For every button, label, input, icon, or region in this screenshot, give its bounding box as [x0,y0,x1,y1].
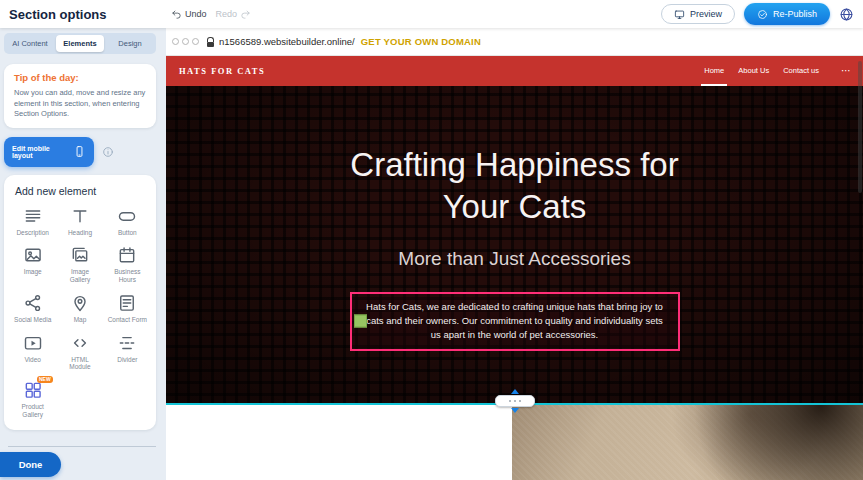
element-label: Map [74,316,87,324]
add-element-image-gallery[interactable]: Image Gallery [56,245,103,284]
sidebar-tabs: AI ContentElementsDesign [4,33,156,54]
redo-label: Redo [216,9,238,19]
sidebar: AI ContentElementsDesign Tip of the day:… [0,28,166,480]
undo-icon [171,9,182,20]
add-element-html-module[interactable]: HTML Module [56,333,103,372]
info-icon[interactable] [102,146,114,158]
element-label: Image Gallery [60,268,100,284]
add-element-product-gallery[interactable]: NEWProduct Gallery [9,380,56,419]
cat-photo [512,405,863,480]
contact-form-icon [117,293,137,313]
hero-paragraph-selected[interactable]: Hats for Cats, we are dedicated to craft… [350,292,680,351]
add-element-panel: Add new element DescriptionHeadingButton… [4,175,156,430]
resize-up-icon [511,389,519,394]
element-label: Divider [117,356,137,364]
hero-heading[interactable]: Crafting Happiness for Your Cats [317,86,712,228]
business-hours-icon [117,245,137,265]
tab-design[interactable]: Design [106,35,154,52]
element-label: HTML Module [60,356,100,372]
done-button[interactable]: Done [0,452,61,477]
undo-label: Undo [185,9,207,19]
divider-icon [117,333,137,353]
element-label: Video [24,356,41,364]
hero-subheading[interactable]: More than Just Accessories [166,248,863,270]
tip-title: Tip of the day: [14,72,146,83]
republish-button[interactable]: Re-Publish [744,3,830,25]
element-label: Product Gallery [13,403,53,419]
add-panel-title: Add new element [15,185,151,197]
add-element-video[interactable]: Video [9,333,56,372]
site-logo[interactable]: HATS FOR CATS [179,66,265,76]
add-element-divider[interactable]: Divider [104,333,151,372]
add-element-button[interactable]: Button [104,206,151,237]
window-dots [172,38,199,45]
topbar-actions: Preview Re-Publish [661,3,854,25]
tip-card: Tip of the day: Now you can add, move an… [4,64,156,128]
scrollbar-thumb[interactable] [858,61,862,193]
window-dot [192,38,199,45]
hero-section: Crafting Happiness for Your Cats More th… [166,86,863,405]
site-nav: HomeAbout UsContact us [704,55,819,86]
globe-icon[interactable] [839,7,854,22]
drag-handle[interactable] [354,315,367,328]
topbar: Section options Undo Redo Preview Re-Pub… [0,0,863,28]
window-dot [172,38,179,45]
tab-elements[interactable]: Elements [56,35,104,52]
add-element-heading[interactable]: Heading [56,206,103,237]
browser-bar: n1566589.websitebuilder.online/ GET YOUR… [166,28,863,56]
description-icon [23,206,43,226]
undo-redo-group: Undo Redo [171,0,251,28]
image-gallery-icon [70,245,90,265]
site-preview: HATS FOR CATS HomeAbout UsContact us ⋯ C… [166,55,863,480]
video-icon [23,333,43,353]
edit-mobile-layout-button[interactable]: Edit mobile layout [4,137,94,167]
element-label: Heading [68,229,92,237]
button-icon [117,206,137,226]
nav-more-button[interactable]: ⋯ [841,65,851,76]
get-domain-link[interactable]: GET YOUR OWN DOMAIN [361,36,481,47]
add-element-image[interactable]: Image [9,245,56,284]
lock-icon [207,37,214,47]
tab-ai-content[interactable]: AI Content [6,35,54,52]
redo-icon [240,9,251,20]
element-label: Image [24,268,42,276]
nav-contact-us[interactable]: Contact us [783,55,819,86]
image-icon [23,245,43,265]
monitor-icon [674,9,685,20]
nav-about-us[interactable]: About Us [738,55,769,86]
redo-button[interactable]: Redo [216,9,252,20]
site-header: HATS FOR CATS HomeAbout UsContact us ⋯ [166,55,863,86]
html-module-icon [70,333,90,353]
nav-home[interactable]: Home [704,55,724,86]
window-dot [182,38,189,45]
element-label: Contact Form [108,316,147,324]
phone-icon [73,145,86,158]
sidebar-divider [8,446,156,447]
add-element-map[interactable]: Map [56,293,103,324]
add-element-contact-form[interactable]: Contact Form [104,293,151,324]
preview-button[interactable]: Preview [661,4,735,24]
preview-label: Preview [690,9,722,19]
heading-icon [70,206,90,226]
add-element-social-media[interactable]: Social Media [9,293,56,324]
tip-body: Now you can add, move and resize any ele… [14,88,146,120]
new-badge: NEW [37,376,53,383]
page-title: Section options [9,7,107,22]
edit-mobile-row: Edit mobile layout [4,137,156,167]
element-grid: DescriptionHeadingButtonImageImage Galle… [9,206,151,419]
undo-button[interactable]: Undo [171,9,207,20]
add-element-business-hours[interactable]: Business Hours [104,245,151,284]
element-label: Button [118,229,137,237]
social-media-icon [23,293,43,313]
next-section [166,405,863,480]
next-section-content [166,405,512,480]
resize-grip [495,395,535,407]
product-gallery-icon: NEW [23,380,43,400]
add-element-description[interactable]: Description [9,206,56,237]
hero-paragraph-text: Hats for Cats, we are dedicated to craft… [366,301,663,341]
resize-down-icon [511,408,519,413]
element-label: Description [16,229,49,237]
section-resize-handle[interactable] [495,389,535,413]
edit-mobile-label: Edit mobile layout [12,145,68,159]
site-url: n1566589.websitebuilder.online/ [219,36,355,47]
